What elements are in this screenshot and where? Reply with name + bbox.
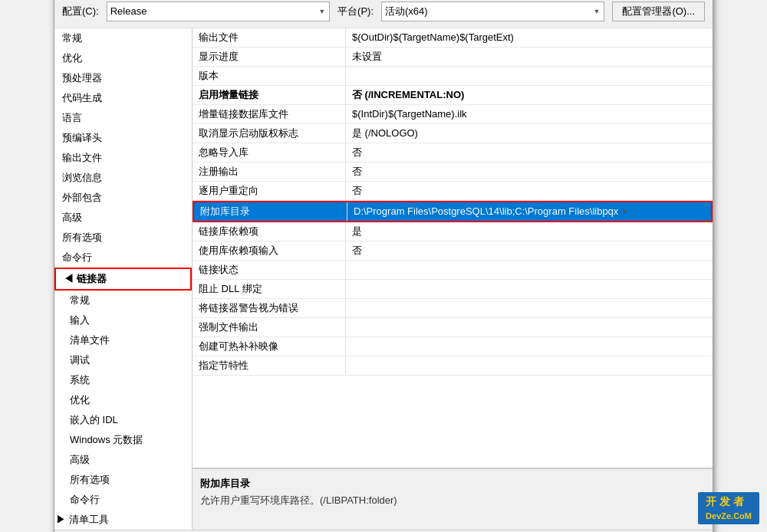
prop-row-zengliang[interactable]: 启用增量链接否 (/INCREMENTAL:NO): [193, 86, 713, 105]
prop-value-zuzhidll: [346, 280, 713, 298]
prop-value-lianjiezhuangtai: [346, 261, 713, 279]
main-area: 常规优化预处理器代码生成语言预编译头输出文件浏览信息外部包含高级所有选项命令行◀…: [54, 28, 713, 530]
config-select-wrapper: Release: [107, 2, 330, 21]
prop-row-jingao[interactable]: 将链接器警告视为错误: [193, 299, 713, 318]
prop-row-quxiaologo[interactable]: 取消显示启动版权标志是 (/NOLOGO): [193, 124, 713, 143]
prop-name-zhuceshuru: 注册输出: [193, 163, 346, 181]
sidebar-item-changgui[interactable]: 常规: [54, 28, 192, 48]
desc-title: 附加库目录: [200, 477, 705, 491]
sidebar-item-qingdangongju[interactable]: ▶ 清单工具: [54, 510, 192, 530]
prop-value-rexubu: [346, 337, 713, 356]
prop-name-quxiaologo: 取消显示启动版权标志: [193, 124, 346, 143]
prop-name-jiediantexing: 指定节特性: [193, 356, 346, 375]
prop-value-zengliang: 否 (/INCREMENTAL:NO): [346, 86, 713, 104]
sidebar-item-lj_xitong[interactable]: 系统: [54, 370, 192, 390]
prop-row-fujiamuqlu[interactable]: 附加库目录D:\Program Files\PostgreSQL\14\lib;…: [193, 201, 713, 222]
prop-name-fujiamuqlu: 附加库目录: [194, 202, 347, 221]
prop-name-zhongdingxiang: 逐用户重定向: [193, 182, 346, 200]
platform-label: 平台(P):: [337, 5, 374, 18]
prop-row-jiediantexing[interactable]: 指定节特性: [193, 356, 713, 376]
sidebar-item-lj_gaoji[interactable]: 高级: [54, 450, 192, 470]
prop-name-huluelianruku: 忽略导入库: [193, 143, 346, 162]
sidebar-item-lj_shuru[interactable]: 输入: [54, 310, 192, 330]
sidebar-item-waibubaohan[interactable]: 外部包含: [54, 188, 192, 208]
prop-value-jiediantexing: [346, 356, 713, 375]
platform-select-wrapper: 活动(x64): [381, 2, 604, 21]
prop-name-rexubu: 创建可热补补映像: [193, 337, 346, 356]
sidebar-item-gaoji[interactable]: 高级: [54, 208, 192, 228]
sidebar: 常规优化预处理器代码生成语言预编译头输出文件浏览信息外部包含高级所有选项命令行◀…: [54, 28, 193, 530]
sidebar-item-liulanxinxi[interactable]: 浏览信息: [54, 168, 192, 188]
sidebar-item-lj_minglinghang[interactable]: 命令行: [54, 490, 192, 510]
prop-name-zengliang: 启用增量链接: [193, 86, 346, 104]
sidebar-item-yuchuliqiqi[interactable]: 预处理器: [54, 68, 192, 88]
config-label: 配置(C):: [62, 5, 99, 18]
prop-name-xianjindu: 显示进度: [193, 48, 346, 66]
prop-value-huluelianruku: 否: [346, 143, 713, 162]
prop-value-shiyongkuyixiang: 否: [346, 241, 713, 260]
prop-row-qiangzhi[interactable]: 强制文件输出: [193, 318, 713, 337]
prop-row-xianjindu[interactable]: 显示进度未设置: [193, 48, 713, 67]
prop-name-jingao: 将链接器警告视为错误: [193, 299, 346, 317]
properties-dialog: pqxxDemo 属性页 ? ✕ 配置(C): Release 平台(P): 活…: [54, 0, 713, 532]
prop-row-lianjiekuyixiang[interactable]: 链接库依赖项是: [193, 222, 713, 241]
config-select[interactable]: Release: [107, 2, 330, 21]
prop-value-zhongdingxiang: 否: [346, 182, 713, 200]
sidebar-item-youhua[interactable]: 优化: [54, 48, 192, 68]
prop-row-rexubu[interactable]: 创建可热补补映像: [193, 337, 713, 356]
prop-value-lianjiekuyixiang: 是: [346, 222, 713, 241]
prop-name-qiangzhi: 强制文件输出: [193, 318, 346, 337]
sidebar-item-lj_windows[interactable]: Windows 元数据: [54, 430, 192, 450]
prop-value-jingao: [346, 299, 713, 317]
prop-row-lianjiezhuangtai[interactable]: 链接状态: [193, 261, 713, 280]
prop-value-banben: [346, 67, 713, 85]
prop-row-huluelianruku[interactable]: 忽略导入库否: [193, 143, 713, 163]
sidebar-item-lj_qianruidl[interactable]: 嵌入的 IDL: [54, 410, 192, 430]
property-table: 输出文件$(OutDir)$(TargetName)$(TargetExt)显示…: [193, 28, 713, 468]
scroll-indicator[interactable]: ▼: [621, 208, 628, 215]
prop-name-zengliangwenjian: 增量链接数据库文件: [193, 105, 346, 123]
sidebar-item-lj_changgui[interactable]: 常规: [54, 291, 192, 310]
sidebar-item-lj_tiaoshi[interactable]: 调试: [54, 350, 192, 370]
sidebar-item-yuyan[interactable]: 语言: [54, 108, 192, 128]
sidebar-item-shuchuwenjian[interactable]: 输出文件: [54, 148, 192, 168]
prop-value-zengliangwenjian: $(IntDir)$(TargetName).ilk: [346, 105, 713, 123]
desc-panel: 附加库目录 允许用户重写环境库路径。(/LIBPATH:folder): [193, 468, 713, 530]
sidebar-item-daima[interactable]: 代码生成: [54, 88, 192, 108]
prop-row-shuchuwenjian[interactable]: 输出文件$(OutDir)$(TargetName)$(TargetExt): [193, 28, 713, 48]
prop-value-fujiamuqlu: D:\Program Files\PostgreSQL\14\lib;C:\Pr…: [347, 202, 711, 221]
platform-select[interactable]: 活动(x64): [381, 2, 604, 21]
prop-row-banben[interactable]: 版本: [193, 67, 713, 86]
sidebar-item-lj_suoyouxuanxiang[interactable]: 所有选项: [54, 470, 192, 490]
prop-name-zuzhidll: 阻止 DLL 绑定: [193, 280, 346, 298]
sidebar-item-lianjieqi[interactable]: ◀ 链接器: [54, 268, 192, 291]
prop-name-lianjiezhuangtai: 链接状态: [193, 261, 346, 279]
content-area: 输出文件$(OutDir)$(TargetName)$(TargetExt)显示…: [193, 28, 713, 530]
prop-row-zuzhidll[interactable]: 阻止 DLL 绑定: [193, 280, 713, 299]
sidebar-item-lj_qingdan[interactable]: 清单文件: [54, 330, 192, 350]
sidebar-item-minglinghang[interactable]: 命令行: [54, 248, 192, 268]
sidebar-item-lj_youhua[interactable]: 优化: [54, 390, 192, 410]
sidebar-item-yubianyitou[interactable]: 预编译头: [54, 128, 192, 148]
bottom-bar: 确定 取消 应用(A): [54, 530, 713, 533]
prop-row-zhuceshuru[interactable]: 注册输出否: [193, 163, 713, 182]
prop-name-banben: 版本: [193, 67, 346, 85]
prop-row-shiyongkuyixiang[interactable]: 使用库依赖项输入否: [193, 241, 713, 261]
prop-name-shiyongkuyixiang: 使用库依赖项输入: [193, 241, 346, 260]
manager-button[interactable]: 配置管理器(O)...: [612, 2, 705, 21]
prop-value-qiangzhi: [346, 318, 713, 337]
sidebar-item-suoyouxuanxiang[interactable]: 所有选项: [54, 228, 192, 248]
config-row: 配置(C): Release 平台(P): 活动(x64) 配置管理器(O)..…: [54, 0, 713, 28]
prop-row-zhongdingxiang[interactable]: 逐用户重定向否: [193, 182, 713, 201]
desc-text: 允许用户重写环境库路径。(/LIBPATH:folder): [200, 494, 705, 507]
watermark-suffix: DevZe.CoM: [706, 511, 752, 521]
prop-value-xianjindu: 未设置: [346, 48, 713, 66]
prop-value-shuchuwenjian: $(OutDir)$(TargetName)$(TargetExt): [346, 28, 713, 47]
prop-row-zengliangwenjian[interactable]: 增量链接数据库文件$(IntDir)$(TargetName).ilk: [193, 105, 713, 124]
prop-name-lianjiekuyixiang: 链接库依赖项: [193, 222, 346, 241]
prop-value-quxiaologo: 是 (/NOLOGO): [346, 124, 713, 143]
prop-name-shuchuwenjian: 输出文件: [193, 28, 346, 47]
prop-value-zhuceshuru: 否: [346, 163, 713, 181]
watermark: 开 发 者 DevZe.CoM: [698, 492, 759, 524]
watermark-prefix: 开 发 者: [706, 495, 744, 507]
